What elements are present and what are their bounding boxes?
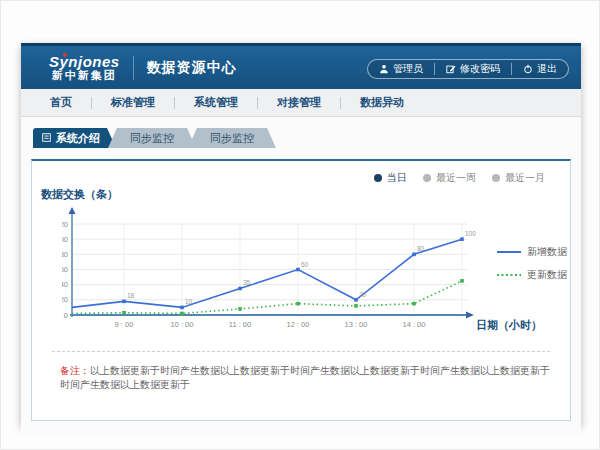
legend-item-0[interactable]: 新增数据 [497,245,567,259]
logo-brand-text: Synjones [49,54,120,70]
logo-accent [63,53,67,57]
svg-text:13 : 00: 13 : 00 [345,320,368,329]
tab-label: 系统介绍 [56,128,100,148]
svg-text:10: 10 [185,298,193,305]
legend-label: 更新数据 [527,268,567,282]
svg-text:20: 20 [359,291,367,298]
range-filter: 当日最近一周最近一月 [374,171,545,185]
svg-text:0: 0 [64,311,68,320]
radio-icon [423,174,431,182]
svg-text:18: 18 [127,292,135,299]
power-icon [523,64,533,74]
svg-text:20: 20 [62,295,68,304]
range-option-label: 最近一月 [505,171,545,185]
radio-icon [374,174,382,182]
main-nav: 首页标准管理系统管理对接管理数据异动 [21,89,581,117]
tab-bar: 系统介绍同步监控同步监控 [33,128,581,148]
nav-item-4[interactable]: 数据异动 [341,95,423,110]
nav-item-0[interactable]: 首页 [31,95,91,110]
footnote-prefix: 备注： [60,365,90,376]
chart-panel: 当日最近一周最近一月 数据交换（条） 0204060801001209 : 00… [31,159,571,421]
range-option-0[interactable]: 当日 [374,171,407,185]
svg-text:80: 80 [417,245,425,252]
svg-text:10 : 00: 10 : 00 [171,320,194,329]
range-option-1[interactable]: 最近一周 [423,171,476,185]
x-axis-title: 日期（小时） [476,318,542,333]
user-button[interactable]: 管理员 [368,60,434,78]
nav-item-3[interactable]: 对接管理 [258,95,340,110]
y-axis-title: 数据交换（条） [41,187,118,202]
tab-0[interactable]: 系统介绍 [33,128,116,148]
legend-line-sample [497,272,521,278]
range-option-label: 当日 [387,171,407,185]
range-option-2[interactable]: 最近一月 [492,171,545,185]
svg-text:80: 80 [62,250,68,259]
user-icon [379,64,389,74]
content-area: 系统介绍同步监控同步监控 当日最近一周最近一月 数据交换（条） 02040608… [21,128,581,436]
svg-text:14 : 00: 14 : 00 [403,320,426,329]
edit-icon [446,64,456,74]
tab-2[interactable]: 同步监控 [188,128,276,148]
legend-label: 新增数据 [527,245,567,259]
svg-text:60: 60 [301,261,309,268]
svg-text:120: 120 [62,220,68,229]
logo-company-text: 新中新集团 [49,70,120,82]
footnote: 备注：以上数据更新于时间产生数据以上数据更新于时间产生数据以上数据更新于时间产生… [60,364,550,392]
app-window: Synjones 新中新集团 数据资源中心 管理员 修改密 [21,43,581,425]
page-title: 数据资源中心 [147,59,237,77]
nav-item-1[interactable]: 标准管理 [92,95,174,110]
svg-text:12 : 00: 12 : 00 [287,320,310,329]
line-chart: 0204060801001209 : 0010 : 0011 : 0012 : … [62,205,482,337]
logout-button[interactable]: 退出 [512,60,568,78]
header-divider [133,56,134,80]
footnote-text: 以上数据更新于时间产生数据以上数据更新于时间产生数据以上数据更新于时间产生数据以… [60,365,550,390]
app-header: Synjones 新中新集团 数据资源中心 管理员 修改密 [21,43,581,89]
svg-text:35: 35 [243,279,251,286]
screenshot-root: Synjones 新中新集团 数据资源中心 管理员 修改密 [0,0,600,450]
range-option-label: 最近一周 [436,171,476,185]
logo: Synjones 新中新集团 [49,54,120,81]
document-icon [42,128,51,148]
svg-text:100: 100 [62,235,68,244]
svg-text:40: 40 [62,280,68,289]
change-password-button[interactable]: 修改密码 [435,60,511,78]
chart-legend: 新增数据更新数据 [497,245,567,291]
radio-icon [492,174,500,182]
user-toolbar: 管理员 修改密码 退出 [367,59,569,79]
svg-text:100: 100 [465,230,476,237]
svg-text:11 : 00: 11 : 00 [229,320,251,329]
legend-item-1[interactable]: 更新数据 [497,268,567,282]
svg-text:60: 60 [62,265,68,274]
note-divider [52,351,550,352]
tab-label: 同步监控 [130,132,174,144]
legend-line-sample [497,249,521,255]
tab-1[interactable]: 同步监控 [108,128,196,148]
line-chart-svg: 0204060801001209 : 0010 : 0011 : 0012 : … [62,205,482,337]
tab-label: 同步监控 [210,132,254,144]
nav-item-2[interactable]: 系统管理 [175,95,257,110]
svg-text:9 : 00: 9 : 00 [115,320,134,329]
